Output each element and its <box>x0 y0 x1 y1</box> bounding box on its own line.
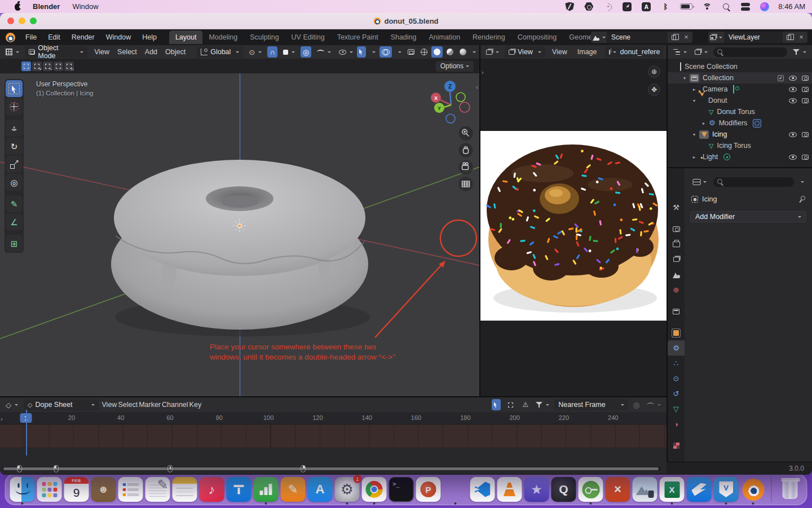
dock-item-textedit[interactable]: ✎ <box>145 476 171 503</box>
dope-sheet-menu-marker[interactable]: Marker <box>139 401 161 409</box>
pin-icon[interactable] <box>798 196 805 203</box>
playhead-line[interactable] <box>26 410 27 456</box>
camera-data-badge-icon[interactable] <box>733 85 734 93</box>
outliner-row-icing-torus[interactable]: ▽Icing Torus <box>668 140 812 151</box>
editor-type-button[interactable]: ◇ <box>3 399 20 410</box>
filter-button[interactable] <box>533 399 551 410</box>
hide-in-viewport-toggle[interactable] <box>789 87 797 92</box>
donut-model[interactable] <box>111 160 368 330</box>
menubar-item-window[interactable]: Window <box>72 2 98 11</box>
view-layer-selector[interactable]: ViewLayer × <box>708 32 807 43</box>
workspace-tab-layout[interactable]: Layout <box>169 30 203 44</box>
proportional-falloff-selector[interactable] <box>315 46 333 58</box>
workspace-tab-compositing[interactable]: Compositing <box>511 30 563 44</box>
gizmo-minus-x-axis[interactable] <box>460 102 470 112</box>
move-tool-button[interactable]: ↔↕ <box>6 120 23 137</box>
topbar-menu-help[interactable]: Help <box>138 31 161 43</box>
editor-type-button[interactable] <box>690 176 709 187</box>
viewport-canvas[interactable]: Z X Y <box>0 73 479 396</box>
workspace-tab-rendering[interactable]: Rendering <box>466 30 511 44</box>
add-cube-tool-button[interactable]: ⊞ <box>6 235 23 252</box>
properties-tab-object-data[interactable]: ▽ <box>668 401 685 417</box>
outliner-row-icing[interactable]: ▾Icing <box>668 129 812 140</box>
image-mode-selector[interactable]: View <box>505 46 545 58</box>
dock-item-keynote[interactable] <box>226 476 252 503</box>
select-mode-intersect[interactable]: ∩ <box>64 62 74 71</box>
horizontal-scrollbar[interactable] <box>2 467 661 471</box>
scene-unlink-button[interactable]: × <box>680 32 692 43</box>
gizmo-minus-z-axis[interactable] <box>446 114 455 123</box>
properties-tab-constraints[interactable]: ↺ <box>668 386 685 401</box>
screenshare-icon[interactable] <box>623 2 632 11</box>
properties-tab-tool[interactable]: ⚒ <box>668 200 685 215</box>
blender-logo-icon[interactable] <box>6 33 15 42</box>
proportional-editing-toggle[interactable]: ◎ <box>301 46 311 58</box>
only-errors-toggle[interactable]: ⚠ <box>520 399 531 410</box>
dock-item-imovie[interactable]: ★ <box>524 476 550 503</box>
snap-mode-selector[interactable]: Nearest Frame <box>554 399 628 410</box>
dope-sheet-menu-view[interactable]: View <box>102 401 117 409</box>
dock-item-v-shield[interactable]: V <box>713 476 739 503</box>
region-toggle-chevron[interactable]: › <box>1 415 3 422</box>
exclude-checkbox[interactable]: ✓ <box>778 75 784 81</box>
pivot-point-selector[interactable]: ⊙ <box>246 46 264 58</box>
expander-icon[interactable]: ▾ <box>682 76 687 81</box>
radio-icon[interactable] <box>603 2 612 11</box>
topbar-menu-file[interactable]: File <box>21 31 41 43</box>
show-gizmos-toggle[interactable] <box>357 46 366 58</box>
hide-in-viewport-toggle[interactable] <box>789 132 797 137</box>
filter-button[interactable] <box>791 46 809 58</box>
overlays-menu[interactable] <box>394 46 404 58</box>
dock-item-blender[interactable] <box>740 476 766 503</box>
outliner-row-camera[interactable]: ▸Camera <box>668 84 812 95</box>
topbar-menu-window[interactable]: Window <box>102 31 135 43</box>
dock-item-music[interactable]: ♪ <box>199 476 225 503</box>
properties-tab-collection[interactable] <box>668 304 685 319</box>
properties-tab-object[interactable] <box>668 325 685 340</box>
add-modifier-dropdown[interactable]: Add Modifier <box>690 211 806 222</box>
viewport-menu-add[interactable]: Add <box>142 47 161 57</box>
zoom-button[interactable] <box>30 17 37 24</box>
shield-icon[interactable] <box>565 2 574 11</box>
dock-item-preview[interactable] <box>632 476 658 503</box>
shading-menu[interactable] <box>473 51 476 55</box>
disable-in-renders-toggle[interactable] <box>802 76 809 81</box>
active-app-name[interactable]: Blender <box>33 2 60 11</box>
dock-item-obsidian[interactable] <box>443 476 469 503</box>
toolbar-toggle-chevron[interactable]: › <box>482 69 484 76</box>
close-button[interactable] <box>7 17 14 24</box>
sidebar-toggle-chevron[interactable]: ‹ <box>476 84 478 90</box>
properties-tab-modifiers[interactable]: ⚙ <box>668 340 685 356</box>
dock-item-remote-desktop[interactable]: × <box>605 476 631 503</box>
annotate-tool-button[interactable]: ✎ <box>6 195 23 212</box>
minimize-button[interactable] <box>19 17 25 24</box>
orthographic-toggle-button[interactable] <box>458 177 473 191</box>
workspace-tab-sculpting[interactable]: Sculpting <box>244 30 285 44</box>
dock-item-numbers[interactable] <box>253 476 279 503</box>
dock-item-system-preferences[interactable]: ⚙1 <box>334 476 360 503</box>
dope-sheet-menu-select[interactable]: Select <box>118 401 138 409</box>
dope-sheet-mode-selector[interactable]: ◇Dope Sheet <box>24 399 99 410</box>
outliner-row-modifiers[interactable]: ▸⚙Modifiers <box>668 117 812 129</box>
display-mode-button[interactable] <box>692 46 710 58</box>
scene-name-field[interactable]: Scene <box>607 32 668 43</box>
timeline-ruler[interactable]: 1 20406080100120140160180200220240 <box>0 412 667 424</box>
outliner-row-donut[interactable]: ▾Donut <box>668 95 812 106</box>
dock-item-excel[interactable]: X <box>659 476 685 503</box>
shading-wireframe-button[interactable] <box>418 46 430 58</box>
properties-search-input[interactable] <box>713 177 794 187</box>
viewport-menu-object[interactable]: Object <box>162 47 189 57</box>
select-mode-invert[interactable]: · <box>54 62 63 71</box>
only-selected-toggle[interactable] <box>492 399 501 410</box>
transform-orientation-selector[interactable]: Global <box>197 46 243 58</box>
mode-selector[interactable]: Object Mode <box>25 46 87 58</box>
properties-tab-texture[interactable] <box>668 438 685 453</box>
camera-view-button[interactable] <box>458 160 473 174</box>
dock-item-dingtalk[interactable] <box>686 476 712 503</box>
outliner-row-collection[interactable]: ▾Collection✓ <box>668 72 812 84</box>
menubar-clock[interactable]: 8:46 AM <box>778 2 805 11</box>
dock-item-reminders[interactable] <box>118 476 144 503</box>
dope-sheet-channel-region[interactable] <box>0 424 667 448</box>
gizmo-minus-y-axis[interactable] <box>456 93 465 102</box>
editor-type-button[interactable] <box>3 46 21 58</box>
